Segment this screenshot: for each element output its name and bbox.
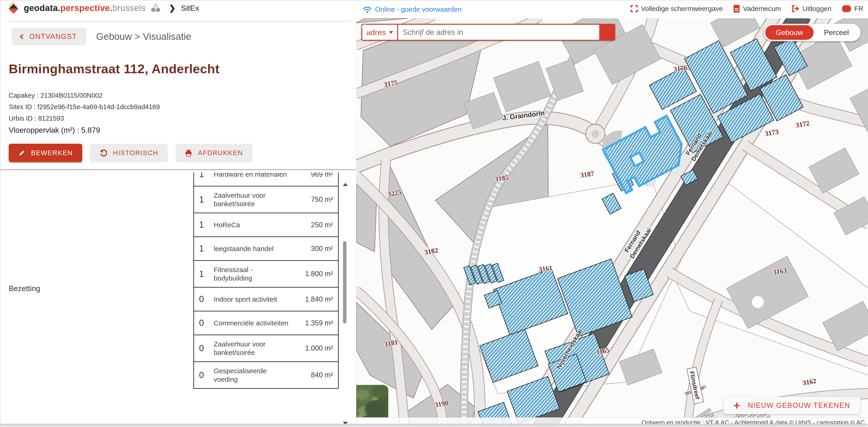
breadcrumb: Gebouw > Visualisatie bbox=[96, 31, 191, 42]
app-window: geodata.perspective.brussels ❯ SitEx Onl… bbox=[0, 0, 868, 427]
row-activity-label: Fitnesszaal - bodybuilding bbox=[214, 265, 294, 282]
building-detail-panel: ONTVANGST Gebouw > Visualisatie Birmingh… bbox=[0, 18, 356, 427]
row-area-value: 750 m² bbox=[294, 195, 338, 204]
back-button-label: ONTVANGST bbox=[29, 32, 77, 41]
floor-area-value: Vloeroppervlak (m²) : 5.879 bbox=[9, 126, 100, 135]
row-activity-label: Gespecialiseerde voeding bbox=[214, 367, 294, 383]
row-activity-label: Zaalverhuur voor banket/soirée bbox=[214, 340, 294, 357]
logout-icon bbox=[792, 5, 799, 12]
row-area-value: 969 m² bbox=[294, 173, 338, 178]
urbis-id-value: Urbis ID : 8121593 bbox=[9, 113, 160, 124]
row-floor-count: 0 bbox=[194, 318, 214, 328]
table-row[interactable]: 0 Indoor sport activiteit 1.840 m² bbox=[194, 288, 338, 311]
row-activity-label: HoReCa bbox=[214, 221, 294, 229]
logout-label: Uitloggen bbox=[802, 5, 831, 12]
toggle-perceel[interactable]: Perceel bbox=[814, 25, 860, 40]
history-button[interactable]: HISTORISCH bbox=[90, 144, 168, 162]
vademecum-button[interactable]: Vademecum bbox=[734, 5, 781, 13]
roundabout bbox=[586, 124, 605, 143]
table-row[interactable]: 1 Hardware en materialen 969 m² bbox=[194, 173, 338, 187]
language-label: FR bbox=[854, 5, 863, 12]
fullscreen-button[interactable]: Volledige schermweergave bbox=[630, 5, 723, 12]
row-area-value: 300 m² bbox=[294, 245, 338, 253]
toggle-gebouw[interactable]: Gebouw bbox=[765, 25, 813, 40]
chevron-left-icon bbox=[20, 34, 25, 39]
row-activity-label: Indoor sport activiteit bbox=[214, 295, 294, 304]
wifi-icon bbox=[363, 6, 372, 13]
map-canvas[interactable]: 3175 3176 3185 3187 3225 3182 3161 3172 … bbox=[356, 18, 868, 427]
row-activity-label: leegstaande handel bbox=[214, 245, 294, 253]
row-floor-count: 1 bbox=[194, 244, 214, 254]
row-floor-count: 1 bbox=[194, 195, 214, 205]
table-row[interactable]: 1 Zaalverhuur voor banket/soirée 750 m² bbox=[194, 187, 338, 213]
brand[interactable]: geodata.perspective.brussels ❯ SitEx bbox=[8, 3, 199, 13]
action-buttons: BEWERKEN HISTORISCH AFDRUKKEN bbox=[9, 144, 252, 162]
scrollbar-thumb[interactable] bbox=[343, 241, 346, 323]
history-icon bbox=[100, 149, 107, 157]
printer-icon bbox=[185, 150, 192, 156]
speech-bubble-icon bbox=[842, 5, 851, 12]
row-floor-count: 0 bbox=[194, 294, 214, 304]
edit-button[interactable]: BEWERKEN bbox=[9, 144, 82, 162]
header: geodata.perspective.brussels ❯ SitEx Onl… bbox=[0, 0, 868, 18]
brand-part-brussels: brussels bbox=[113, 3, 146, 13]
logout-button[interactable]: Uitloggen bbox=[792, 5, 831, 12]
search-button[interactable] bbox=[599, 24, 615, 41]
sitex-id-value: Sitex ID : f2952e96-f15e-4a69-b14d-1dccb… bbox=[9, 101, 160, 113]
connection-status: Online - goede voorwaarden bbox=[363, 5, 462, 13]
edit-button-label: BEWERKEN bbox=[31, 149, 73, 157]
header-menu: Volledige schermweergave Vademecum Uitlo… bbox=[630, 5, 864, 13]
brand-part-perspective: perspective. bbox=[60, 3, 113, 13]
occupancy-table: 1 Hardware en materialen 969 m² 1 Zaalve… bbox=[193, 173, 339, 427]
history-button-label: HISTORISCH bbox=[113, 149, 158, 157]
window-bottom-edge bbox=[0, 424, 868, 427]
table-row[interactable]: 1 Fitnesszaal - bodybuilding 1.800 m² bbox=[194, 261, 338, 288]
row-area-value: 840 m² bbox=[294, 371, 338, 379]
chevron-right-icon: ❯ bbox=[169, 3, 176, 12]
page-title: Birminghamstraat 112, Anderlecht bbox=[9, 61, 220, 76]
language-switch[interactable]: FR bbox=[842, 5, 863, 12]
row-activity-label: Commerciële activiteiten bbox=[214, 319, 294, 327]
connection-status-label: Online - goede voorwaarden bbox=[375, 5, 462, 13]
occupancy-section-label: Bezetting bbox=[9, 284, 40, 293]
print-button[interactable]: AFDRUKKEN bbox=[176, 144, 252, 162]
fullscreen-icon bbox=[630, 5, 638, 12]
geodata-logo-icon bbox=[8, 3, 19, 13]
basemap-preview[interactable] bbox=[356, 385, 388, 418]
iris-icon bbox=[150, 4, 161, 12]
search-category-label: adres bbox=[366, 28, 386, 37]
brand-part-geodata: geodata. bbox=[24, 3, 60, 13]
vademecum-label: Vademecum bbox=[743, 5, 781, 12]
search-icon bbox=[361, 24, 369, 32]
brand-text: geodata.perspective.brussels bbox=[24, 3, 146, 13]
back-to-home-button[interactable]: ONTVANGST bbox=[11, 28, 86, 45]
layer-toggle: Gebouw Perceel bbox=[764, 24, 861, 41]
app-name: SitEx bbox=[181, 4, 199, 12]
building-meta: Capakey : 21304B0115/00N002 Sitex ID : f… bbox=[9, 90, 160, 124]
pencil-icon bbox=[18, 150, 25, 156]
draw-button-label: NIEUW GEBOUW TEKENEN bbox=[748, 401, 850, 409]
table-scrollbar bbox=[342, 173, 348, 427]
address-search-input[interactable] bbox=[398, 24, 599, 41]
plus-icon: + bbox=[734, 400, 740, 411]
row-area-value: 1.840 m² bbox=[294, 295, 338, 304]
row-activity-label: Hardware en materialen bbox=[214, 173, 294, 178]
scroll-up-icon[interactable] bbox=[343, 180, 348, 186]
fullscreen-label: Volledige schermweergave bbox=[641, 5, 723, 12]
row-activity-label: Zaalverhuur voor banket/soirée bbox=[214, 191, 294, 208]
table-row[interactable]: 0 Zaalverhuur voor banket/soirée 1.000 m… bbox=[194, 335, 338, 362]
table-row[interactable]: 0 Gespecialiseerde voeding 840 m² bbox=[194, 362, 338, 389]
row-floor-count: 0 bbox=[194, 370, 214, 380]
row-area-value: 1.000 m² bbox=[294, 344, 338, 352]
divider bbox=[9, 21, 349, 22]
row-floor-count: 0 bbox=[194, 343, 214, 353]
draw-new-building-button[interactable]: + NIEUW GEBOUW TEKENEN bbox=[723, 397, 860, 414]
row-area-value: 250 m² bbox=[294, 221, 338, 229]
table-row[interactable]: 0 Commerciële activiteiten 1.359 m² bbox=[194, 311, 338, 335]
row-area-value: 1.800 m² bbox=[294, 270, 338, 278]
address-search-bar: adres bbox=[361, 24, 615, 41]
table-row[interactable]: 1 leegstaande handel 300 m² bbox=[194, 237, 338, 261]
table-row[interactable]: 1 HoReCa 250 m² bbox=[194, 213, 338, 237]
row-floor-count: 1 bbox=[194, 173, 214, 179]
print-button-label: AFDRUKKEN bbox=[198, 149, 243, 157]
